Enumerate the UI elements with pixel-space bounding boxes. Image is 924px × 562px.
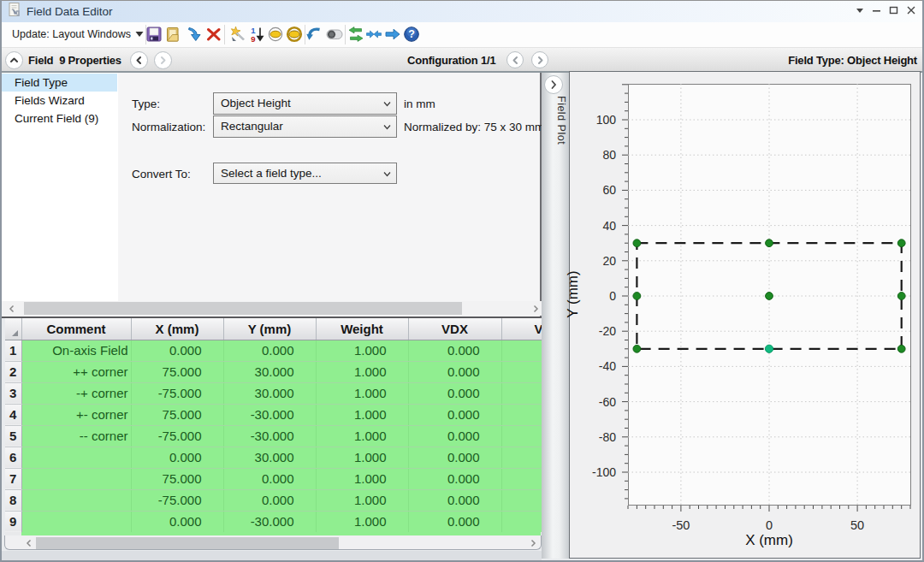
svg-text:0: 0 xyxy=(766,518,773,532)
svg-text:Y (mm): Y (mm) xyxy=(565,270,581,317)
svg-text:0: 0 xyxy=(609,289,616,303)
svg-text:-40: -40 xyxy=(599,359,616,373)
svg-text:-60: -60 xyxy=(599,395,616,409)
svg-text:-100: -100 xyxy=(592,465,616,479)
svg-text:40: 40 xyxy=(602,219,616,233)
svg-text:20: 20 xyxy=(602,254,616,268)
svg-text:60: 60 xyxy=(602,183,616,197)
svg-text:80: 80 xyxy=(602,148,616,162)
svg-text:100: 100 xyxy=(596,113,617,127)
svg-text:50: 50 xyxy=(850,518,864,532)
svg-text:-20: -20 xyxy=(599,324,616,338)
svg-text:-50: -50 xyxy=(672,518,690,532)
svg-text:X (mm): X (mm) xyxy=(745,532,793,548)
svg-text:-80: -80 xyxy=(599,430,616,444)
